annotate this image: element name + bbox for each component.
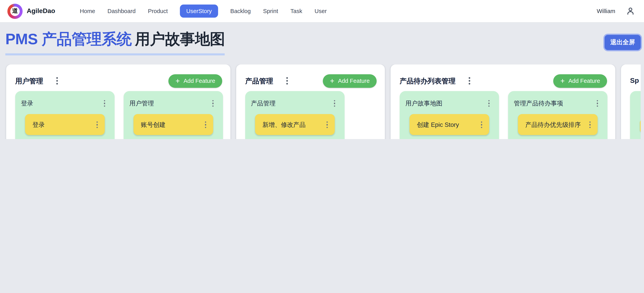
nav-item-backlog[interactable]: Backlog	[230, 4, 251, 17]
epic-title: 用户管理	[15, 76, 43, 86]
epic-header: 产品待办列表管理+Add Feature	[400, 74, 607, 88]
kebab-dot	[589, 127, 590, 128]
kebab-dot	[326, 127, 328, 128]
story-list: 创建 Epic Story创建 Feature创建产品待办事项	[410, 114, 489, 139]
kebab-menu-icon[interactable]	[466, 76, 472, 86]
kebab-dot	[96, 127, 98, 128]
kebab-menu-icon[interactable]	[203, 120, 208, 130]
kebab-dot	[212, 105, 214, 107]
epic-header: 用户管理+Add Feature	[15, 74, 222, 88]
nav-user-area: William	[597, 7, 635, 15]
page-title-secondary: 用户故事地图	[135, 31, 225, 47]
epic-title: 产品管理	[245, 76, 273, 86]
kebab-dot	[56, 83, 58, 84]
nav-item-home[interactable]: Home	[80, 4, 95, 17]
features-row: +Add Story	[630, 91, 641, 139]
nav-item-task[interactable]: Task	[290, 4, 302, 17]
story-card[interactable]: 登录	[25, 114, 105, 135]
kebab-dot	[96, 121, 98, 123]
kebab-menu-icon[interactable]	[332, 98, 337, 108]
feature-card: 产品管理新增、修改产品产品空间切换+Add Story	[245, 91, 344, 139]
feature-header: 产品管理	[251, 98, 337, 108]
feature-header: 用户管理	[129, 98, 216, 108]
nav-item-user[interactable]: User	[314, 4, 327, 17]
kebab-menu-icon[interactable]	[210, 98, 216, 108]
story-list: 账号创建角色分配	[134, 114, 213, 139]
page-title-primary: PMS 产品管理系统	[5, 31, 132, 47]
kebab-dot	[596, 103, 598, 104]
exit-fullscreen-button[interactable]: 退出全屏	[604, 35, 641, 50]
feature-title: 用户故事地图	[406, 100, 486, 107]
story-label: 账号创建	[141, 120, 197, 129]
nav-item-product[interactable]: Product	[148, 4, 168, 17]
plus-icon: +	[560, 77, 564, 85]
kebab-dot	[469, 80, 470, 82]
kebab-dot	[326, 124, 328, 125]
nav-menu: HomeDashboardProductUserStoryBacklogSpri…	[80, 4, 327, 17]
kebab-dot	[469, 77, 470, 79]
feature-card: 用户管理账号创建角色分配+Add Story	[124, 91, 223, 139]
person-outline-icon[interactable]	[626, 7, 635, 15]
add-feature-button[interactable]: +Add Feature	[168, 74, 222, 88]
kebab-menu-icon[interactable]	[94, 120, 100, 130]
kebab-menu-icon[interactable]	[324, 120, 330, 130]
add-feature-label: Add Feature	[338, 78, 370, 84]
kebab-dot	[286, 83, 288, 84]
feature-header: 用户故事地图	[406, 98, 492, 108]
add-story-button[interactable]: +Add Story	[640, 120, 641, 133]
add-feature-label: Add Feature	[568, 78, 600, 84]
story-label: 创建 Epic Story	[417, 120, 473, 129]
feature-header: 登录	[21, 98, 107, 108]
kebab-menu-icon[interactable]	[54, 76, 60, 86]
logo-glyph: 道	[10, 6, 20, 16]
story-card[interactable]: 账号创建	[134, 114, 213, 135]
kebab-menu-icon[interactable]	[486, 98, 492, 108]
kebab-menu-icon[interactable]	[594, 98, 600, 108]
features-row: 用户故事地图创建 Epic Story创建 Feature创建产品待办事项+Ad…	[400, 91, 615, 139]
kebab-menu-icon[interactable]	[478, 120, 484, 130]
epic-header: Sp+Add Feature	[630, 74, 641, 88]
kebab-dot	[104, 103, 105, 104]
brand[interactable]: 道 AgileDao	[8, 3, 55, 19]
epic-column: Sp+Add Feature+Add Story	[621, 64, 641, 139]
feature-title: 用户管理	[129, 100, 210, 107]
plus-icon: +	[176, 77, 180, 85]
features-row: 产品管理新增、修改产品产品空间切换+Add Story	[245, 91, 385, 139]
feature-card: 管理产品待办事项产品待办优先级排序评估产品待办人天添加产品待办演示要求+Add …	[508, 91, 608, 139]
feature-card: 用户故事地图创建 Epic Story创建 Feature创建产品待办事项+Ad…	[400, 91, 499, 139]
kebab-dot	[334, 100, 335, 101]
kebab-dot	[469, 83, 470, 84]
features-row: 登录登录修改密码reset密码+Add Story用户管理账号创建角色分配+Ad…	[15, 91, 230, 139]
kebab-menu-icon[interactable]	[587, 120, 592, 130]
kebab-dot	[56, 80, 58, 82]
kebab-dot	[488, 100, 490, 101]
user-name[interactable]: William	[597, 8, 615, 14]
nav-item-sprint[interactable]: Sprint	[263, 4, 278, 17]
epic-title: Sp	[630, 77, 639, 85]
epic-column: 用户管理+Add Feature登录登录修改密码reset密码+Add Stor…	[6, 64, 230, 139]
kebab-dot	[104, 100, 105, 101]
epic-header: 产品管理+Add Feature	[245, 74, 376, 88]
epic-column: 产品待办列表管理+Add Feature用户故事地图创建 Epic Story创…	[391, 64, 615, 139]
story-card[interactable]: 创建 Epic Story	[410, 114, 489, 135]
story-map-board: 用户管理+Add Feature登录登录修改密码reset密码+Add Stor…	[0, 64, 641, 139]
add-feature-button[interactable]: +Add Feature	[554, 74, 607, 88]
kebab-menu-icon[interactable]	[284, 76, 290, 86]
kebab-menu-icon[interactable]	[102, 98, 107, 108]
story-card[interactable]: 新增、修改产品	[255, 114, 335, 135]
feature-header	[636, 98, 641, 108]
page-title: PMS 产品管理系统用户故事地图	[5, 31, 225, 55]
kebab-dot	[488, 103, 490, 104]
feature-title: 管理产品待办事项	[514, 100, 594, 107]
kebab-dot	[334, 103, 335, 104]
kebab-dot	[488, 105, 490, 107]
app-logo-icon: 道	[8, 3, 22, 19]
kebab-dot	[326, 121, 328, 123]
nav-item-userstory[interactable]: UserStory	[180, 4, 218, 17]
kebab-dot	[596, 100, 598, 101]
story-card[interactable]: 产品待办优先级排序	[518, 114, 598, 135]
plus-icon: +	[330, 77, 334, 85]
add-feature-button[interactable]: +Add Feature	[323, 74, 376, 88]
app-viewport: 道 AgileDao HomeDashboardProductUserStory…	[0, 0, 644, 139]
nav-item-dashboard[interactable]: Dashboard	[108, 4, 136, 17]
